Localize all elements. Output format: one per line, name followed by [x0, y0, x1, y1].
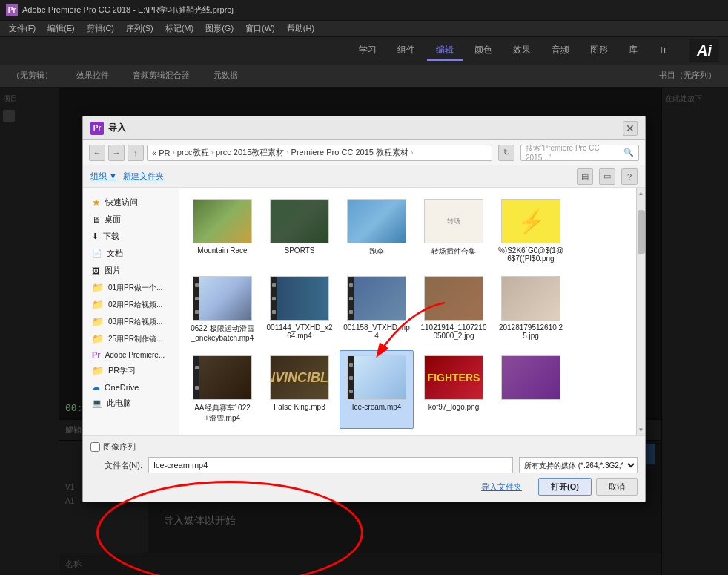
file-item-falseking[interactable]: INVINCIBLE False King.mp3 — [262, 350, 337, 429]
file-name-pikachu: %)S2K6`G0@$(1@6$7((PI$0.png — [497, 246, 564, 263]
dialog-content: ★ 快速访问 🖥 桌面 ⬇ 下载 📄 文档 — [83, 188, 645, 435]
sidebar-item-download[interactable]: ⬇ 下载 — [83, 228, 179, 245]
sidebar-label-prlearning: PR学习 — [108, 365, 136, 376]
up-button[interactable]: ↑ — [128, 145, 144, 161]
cancel-button[interactable]: 取消 — [596, 478, 638, 496]
menu-help[interactable]: 帮助(H) — [281, 22, 320, 36]
file-item-mountain[interactable]: Mountain Race — [185, 194, 259, 268]
file-item-sports[interactable]: SPORTS — [262, 194, 337, 268]
dialog-file-area[interactable]: Mountain Race SPORTS 跑伞 — [179, 188, 636, 435]
filetype-select[interactable]: 所有支持的媒体 (*.264;*.3G2;* ▼ — [519, 457, 638, 473]
top-nav: 学习 组件 编辑 颜色 效果 音频 图形 库 Ti Ai — [0, 37, 728, 65]
sidebar-label-onedrive: OneDrive — [105, 383, 139, 392]
sidebar-item-adobe[interactable]: Pr Adobe Premiere... — [83, 347, 179, 362]
file-item-vtxhd1[interactable]: 001144_VTXHD_x264.mp4 — [262, 271, 337, 347]
dialog-close-button[interactable]: ✕ — [623, 121, 638, 136]
refresh-button[interactable]: ↻ — [498, 145, 514, 161]
menu-sequence[interactable]: 序列(S) — [120, 22, 159, 36]
back-button[interactable]: ← — [89, 145, 105, 161]
sidebar-label-folder1: 01用PR做一个... — [108, 283, 162, 293]
sidebar-label-folder2: 02用PR给视频... — [108, 300, 162, 310]
file-item-umbrella[interactable]: 跑伞 — [340, 194, 414, 268]
file-item-jpg2[interactable]: 20128179512610 25.jpg — [494, 271, 568, 347]
file-item-aa[interactable]: AA经典赛车1022+滑雪.mp4 — [185, 350, 259, 429]
menu-file[interactable]: 文件(F) — [3, 22, 42, 36]
file-thumb-sports — [270, 199, 329, 243]
sidebar-item-pc[interactable]: 💻 此电脑 — [83, 395, 179, 412]
sidebar-item-folder2[interactable]: 📁 02用PR给视频... — [83, 296, 179, 313]
forward-button[interactable]: → — [108, 145, 125, 161]
file-name-umbrella: 跑伞 — [369, 246, 384, 257]
folder-icon-3: 📁 — [92, 316, 104, 327]
dialog-sidebar: ★ 快速访问 🖥 桌面 ⬇ 下载 📄 文档 — [83, 188, 179, 435]
tab-library[interactable]: 库 — [620, 41, 646, 61]
scroll-up-button[interactable]: ▲ — [637, 188, 646, 198]
download-icon: ⬇ — [92, 231, 99, 241]
sidebar-item-folder3[interactable]: 📁 03用PR给视频... — [83, 313, 179, 330]
file-item-vtxhd2[interactable]: 001158_VTXHD.mp4 — [340, 271, 414, 347]
menu-bar: 文件(F) 编辑(E) 剪辑(C) 序列(S) 标记(M) 图形(G) 窗口(W… — [0, 21, 728, 37]
import-files-button[interactable]: 导入文件夹 — [469, 478, 534, 496]
dialog-nav-bar: ← → ↑ « PR › prcc教程 › prcc 2015教程素材 › Pr… — [83, 140, 645, 165]
help-button[interactable]: ? — [621, 168, 638, 185]
sidebar-item-folder1[interactable]: 📁 01用PR做一个... — [83, 279, 179, 296]
panel-tab-book[interactable]: 书目（无序列） — [653, 67, 722, 85]
sidebar-item-quick-access[interactable]: ★ 快速访问 — [83, 194, 179, 211]
file-item-plugin[interactable]: 转场 转场插件合集 — [417, 194, 491, 268]
organize-button[interactable]: 组织 ▼ — [90, 171, 117, 182]
tab-ti[interactable]: Ti — [649, 42, 675, 60]
new-folder-button[interactable]: 新建文件夹 — [123, 171, 164, 182]
menu-edit[interactable]: 编辑(E) — [42, 22, 81, 36]
search-placeholder: 搜索"Premiere Pro CC 2015..." — [526, 143, 623, 162]
folder-icon-2: 📁 — [92, 299, 104, 310]
filename-input[interactable] — [148, 457, 513, 473]
tab-color[interactable]: 颜色 — [466, 41, 501, 61]
scrollbar-thumb[interactable] — [638, 210, 645, 254]
image-sequence-checkbox[interactable] — [90, 442, 100, 452]
tab-study[interactable]: 学习 — [350, 41, 385, 61]
breadcrumb-part3: Premiere Pro CC 2015 教程素材 — [291, 147, 408, 158]
tab-graphic[interactable]: 图形 — [581, 41, 617, 61]
sidebar-item-onedrive[interactable]: ☁ OneDrive — [83, 379, 179, 395]
picture-icon: 🖼 — [92, 266, 100, 275]
sidebar-label-pictures: 图片 — [105, 265, 121, 276]
menu-graphic[interactable]: 图形(G) — [199, 22, 239, 36]
file-name-kof97: kof97_logo.png — [428, 403, 479, 411]
panel-tab-noclip[interactable]: （无剪辑） — [6, 67, 59, 85]
panel-tab-audiomix[interactable]: 音频剪辑混合器 — [127, 67, 196, 85]
tab-assembly[interactable]: 组件 — [388, 41, 424, 61]
file-item-icecream[interactable]: Ice-cream.mp4 — [340, 350, 414, 429]
file-item-pikachu[interactable]: ⚡ %)S2K6`G0@$(1@6$7((PI$0.png — [494, 194, 568, 268]
sidebar-item-prlearning[interactable]: 📁 PR学习 — [83, 362, 179, 379]
sidebar-item-desktop[interactable]: 🖥 桌面 — [83, 211, 179, 228]
menu-window[interactable]: 窗口(W) — [239, 22, 281, 36]
sidebar-item-folder4[interactable]: 📁 25用PR制作镜... — [83, 330, 179, 347]
file-item-purple[interactable] — [494, 350, 568, 429]
tab-edit[interactable]: 编辑 — [427, 41, 463, 61]
sidebar-item-documents[interactable]: 📄 文档 — [83, 245, 179, 262]
tab-effects[interactable]: 效果 — [504, 41, 540, 61]
file-item-kof97[interactable]: FIGHTERS kof97_logo.png — [417, 350, 491, 429]
panel-tab-metadata[interactable]: 元数据 — [208, 67, 244, 85]
sidebar-label-desktop: 桌面 — [105, 214, 121, 225]
view-icon-button[interactable]: ▤ — [577, 168, 593, 185]
sidebar-label-folder4: 25用PR制作镜... — [108, 334, 162, 344]
panel-tab-effects[interactable]: 效果控件 — [70, 67, 115, 85]
sidebar-item-pictures[interactable]: 🖼 图片 — [83, 262, 179, 279]
search-box[interactable]: 搜索"Premiere Pro CC 2015..." 🔍 — [520, 145, 639, 161]
view-list-button[interactable]: ▭ — [599, 168, 615, 185]
menu-mark[interactable]: 标记(M) — [159, 22, 200, 36]
file-item-jpg1[interactable]: 11021914_110721005000_2.jpg — [417, 271, 491, 347]
dialog-scrollbar[interactable]: ▲ ▼ — [636, 188, 645, 435]
sidebar-label-download: 下载 — [103, 231, 119, 242]
file-name-vtxhd1: 001144_VTXHD_x264.mp4 — [266, 323, 333, 340]
pc-icon: 💻 — [92, 398, 102, 408]
tab-audio[interactable]: 音频 — [543, 41, 578, 61]
scroll-down-button[interactable]: ▼ — [637, 424, 646, 435]
address-bar[interactable]: « PR › prcc教程 › prcc 2015教程素材 › Premiere… — [147, 145, 492, 161]
file-name-jpg1: 11021914_110721005000_2.jpg — [420, 323, 487, 340]
open-button[interactable]: 打开(O) — [538, 478, 592, 496]
menu-clip[interactable]: 剪辑(C) — [81, 22, 120, 36]
file-item-ski[interactable]: 0622-极限运动滑雪_onekeybatch.mp4 — [185, 271, 259, 347]
pr-icon: Pr — [92, 350, 101, 359]
